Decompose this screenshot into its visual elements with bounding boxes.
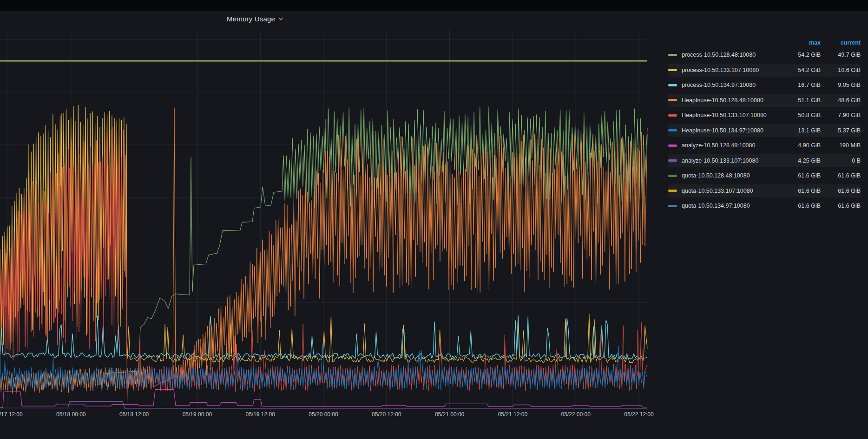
x-axis-tick-label: 05/18 12:00 — [119, 411, 149, 418]
x-axis-tick-label: 05/22 00:00 — [561, 411, 591, 418]
x-axis-tick-label: 05/22 12:00 — [624, 411, 654, 418]
series-current-value: 61.6 GiB — [821, 188, 861, 194]
series-color-swatch[interactable] — [668, 190, 677, 192]
x-axis-tick-label: 05/18 00:00 — [56, 411, 86, 418]
series-current-value: 49.7 GiB — [821, 52, 861, 58]
legend-row[interactable]: process-10.50.133.107:1008054.2 GiB10.6 … — [668, 64, 861, 77]
series-max-value: 50.8 GiB — [778, 112, 821, 118]
x-axis-tick-label: 05/17 12:00 — [0, 411, 23, 418]
legend-sort-current[interactable]: current — [821, 39, 861, 46]
legend-row[interactable]: quota-10.50.128.48:1008061.6 GiB61.6 GiB — [668, 169, 861, 182]
legend-sort-max[interactable]: max — [778, 39, 821, 46]
series-label[interactable]: HeapInuse-10.50.128.48:10080 — [682, 97, 778, 104]
legend-row[interactable]: HeapInuse-10.50.133.107:1008050.8 GiB7.9… — [668, 109, 861, 122]
series-color-swatch[interactable] — [668, 129, 677, 131]
legend-row[interactable]: HeapInuse-10.50.134.97:1008013.1 GiB5.37… — [668, 124, 861, 137]
legend-row[interactable]: process-10.50.128.48:1008054.2 GiB49.7 G… — [668, 48, 861, 61]
series-label[interactable]: process-10.50.128.48:10080 — [682, 52, 778, 58]
series-label[interactable]: process-10.50.133.107:10080 — [682, 67, 778, 73]
memory-usage-panel: Memory Usage 05/17 12:0005/18 00:0005/18… — [0, 11, 868, 439]
x-axis-tick-label: 05/19 12:00 — [245, 411, 275, 418]
legend-header: max current — [668, 37, 861, 48]
series-label[interactable]: HeapInuse-10.50.134.97:10080 — [682, 127, 778, 134]
series-color-swatch[interactable] — [668, 159, 677, 162]
series-label[interactable]: analyze-10.50.128.48:10080 — [682, 142, 778, 149]
legend-row[interactable]: analyze-10.50.133.107:100804.25 GiB0 B — [668, 154, 861, 167]
series-current-value: 7.90 GiB — [821, 112, 861, 118]
legend-row[interactable]: quota-10.50.133.107:1008061.6 GiB61.6 Gi… — [668, 184, 861, 197]
legend: max current process-10.50.128.48:1008054… — [655, 37, 868, 215]
x-axis-tick-label: 05/20 00:00 — [309, 411, 338, 418]
series-max-value: 54.2 GiB — [778, 67, 821, 73]
series-color-swatch[interactable] — [668, 205, 677, 207]
series-max-value: 16.7 GiB — [778, 82, 821, 88]
legend-row[interactable]: analyze-10.50.128.48:100804.90 GiB190 Mi… — [668, 139, 861, 152]
series-max-value: 61.6 GiB — [778, 188, 821, 194]
series-current-value: 61.6 GiB — [821, 172, 861, 179]
series-current-value: 9.05 GiB — [821, 82, 861, 88]
series-current-value: 61.6 GiB — [821, 203, 861, 209]
x-axis-tick-label: 05/19 00:00 — [183, 411, 212, 418]
series-current-value: 48.6 GiB — [821, 97, 861, 104]
series-current-value: 190 MiB — [821, 142, 861, 149]
series-label[interactable]: quota-10.50.133.107:10080 — [682, 188, 778, 194]
series-max-value: 13.1 GiB — [778, 127, 821, 134]
series-color-swatch[interactable] — [668, 99, 677, 101]
legend-row[interactable]: quota-10.50.134.97:1008061.6 GiB61.6 GiB — [668, 199, 861, 212]
series-color-swatch[interactable] — [668, 69, 677, 71]
series-current-value: 5.37 GiB — [821, 127, 861, 134]
series-label[interactable]: analyze-10.50.133.107:10080 — [682, 157, 778, 164]
series-color-swatch[interactable] — [668, 84, 677, 86]
x-axis-tick-label: 05/21 12:00 — [498, 411, 528, 418]
series-label[interactable]: process-10.50.134.97:10080 — [682, 82, 778, 88]
top-bar — [0, 0, 868, 11]
series-current-value: 10.6 GiB — [821, 67, 861, 73]
legend-row[interactable]: HeapInuse-10.50.128.48:1008051.1 GiB48.6… — [668, 94, 861, 107]
series-color-swatch[interactable] — [668, 114, 677, 117]
series-current-value: 0 B — [821, 157, 861, 164]
series-label[interactable]: HeapInuse-10.50.133.107:10080 — [682, 112, 778, 118]
x-axis-tick-label: 05/21 00:00 — [435, 411, 465, 418]
series-color-swatch[interactable] — [668, 175, 677, 177]
x-axis-tick-label: 05/20 12:00 — [372, 411, 401, 418]
series-max-value: 54.2 GiB — [778, 52, 821, 58]
series-label[interactable]: quota-10.50.128.48:10080 — [682, 172, 778, 179]
series-max-value: 61.6 GiB — [778, 172, 821, 179]
series-color-swatch[interactable] — [668, 54, 677, 56]
series-color-swatch[interactable] — [668, 144, 677, 147]
series-max-value: 4.25 GiB — [778, 157, 821, 164]
series-max-value: 61.6 GiB — [778, 203, 821, 209]
series-label[interactable]: quota-10.50.134.97:10080 — [682, 203, 778, 209]
legend-row[interactable]: process-10.50.134.97:1008016.7 GiB9.05 G… — [668, 79, 861, 92]
legend-rows: process-10.50.128.48:1008054.2 GiB49.7 G… — [668, 48, 861, 212]
series-max-value: 51.1 GiB — [778, 97, 821, 104]
series-max-value: 4.90 GiB — [778, 142, 821, 149]
